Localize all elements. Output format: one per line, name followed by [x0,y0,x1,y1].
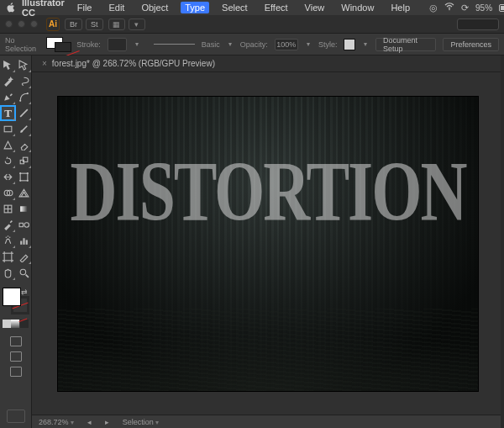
lasso-tool[interactable] [16,73,32,89]
menu-effect[interactable]: Effect [260,2,292,13]
color-mode-row[interactable] [3,320,29,328]
brush-basic-label: Basic [202,40,220,49]
pen-tool[interactable] [0,89,16,105]
document-tab-title: forest.jpg* @ 268.72% (RGB/GPU Preview) [52,59,215,68]
svg-point-25 [20,269,26,275]
search-input[interactable] [457,18,499,30]
battery-icon[interactable] [499,4,504,12]
svg-point-11 [27,180,29,182]
artboard-nav-next-icon[interactable]: ▸ [105,418,109,426]
stroke-label: Stroke: [76,40,101,49]
draw-normal-icon[interactable] [10,336,22,346]
magic-wand-tool[interactable] [0,73,16,89]
mesh-tool[interactable] [0,201,16,217]
spotlight-icon[interactable]: ◎ [429,3,438,13]
zoom-tool[interactable] [16,265,32,281]
menu-window[interactable]: Window [337,2,378,13]
artwork-text[interactable]: DISTORTION [58,142,478,240]
adobe-stock-button[interactable]: St [86,18,103,30]
symbol-sprayer-tool[interactable] [0,233,16,249]
document-tab[interactable]: × forest.jpg* @ 268.72% (RGB/GPU Preview… [32,55,501,72]
svg-point-17 [24,223,29,227]
go-to-bridge-button[interactable]: Br [65,18,82,30]
menu-type[interactable]: Type [181,2,209,13]
canvas[interactable]: DISTORTION [32,72,501,415]
graphic-style-swatch[interactable] [344,39,354,50]
menu-object[interactable]: Object [137,2,172,13]
arrange-documents-button[interactable]: ▦ [108,18,125,30]
app-titlebar: Ai Br St ▦ ▾ [0,15,504,34]
slice-tool[interactable] [16,249,32,265]
artboard[interactable]: DISTORTION [58,97,478,391]
status-mode-label[interactable]: Selection [123,418,159,426]
battery-percent: 95% [475,3,492,13]
right-panel-dock[interactable] [501,55,504,428]
swap-fill-stroke-icon[interactable]: ⇄ [21,288,28,296]
direct-selection-tool[interactable] [16,57,32,73]
curvature-tool[interactable] [16,89,32,105]
zoom-level-field[interactable]: 268.72% [39,418,74,426]
menu-help[interactable]: Help [386,2,414,13]
sync-icon[interactable]: ⟳ [461,3,469,13]
perspective-grid-tool[interactable] [16,185,32,201]
window-controls[interactable] [5,20,38,28]
draw-behind-icon[interactable] [10,351,22,362]
selection-status-label: No Selection [5,36,39,53]
gradient-tool[interactable] [16,201,32,217]
column-graph-tool[interactable] [16,233,32,249]
svg-rect-15 [20,206,28,212]
close-tab-icon[interactable]: × [42,59,47,68]
shaper-tool[interactable] [0,137,16,153]
artboard-tool[interactable] [0,249,16,265]
style-dropdown-icon[interactable]: ▾ [362,40,369,49]
draw-inside-icon[interactable] [10,367,22,377]
stroke-weight-dropdown[interactable]: ▾ [134,40,140,49]
menu-edit[interactable]: Edit [104,2,129,13]
preferences-button[interactable]: Preferences [443,38,499,51]
svg-rect-22 [23,238,24,245]
hand-tool[interactable] [0,265,16,281]
svg-point-10 [19,180,21,182]
free-transform-tool[interactable] [16,169,32,185]
svg-point-8 [19,172,21,174]
fill-stroke-indicator[interactable]: ⇄ [3,288,29,314]
screen-mode-button[interactable] [7,410,25,423]
solid-color-icon[interactable] [3,320,11,328]
none-color-icon[interactable] [20,320,29,328]
fill-swatch-icon[interactable] [3,288,21,306]
artboard-nav-prev-icon[interactable]: ◂ [87,418,92,426]
ai-logo-icon: Ai [46,18,60,31]
menu-view[interactable]: View [301,2,329,13]
wifi-icon[interactable] [444,3,454,13]
blend-tool[interactable] [16,217,32,233]
stroke-weight-stepper[interactable] [108,38,127,51]
svg-line-3 [20,109,28,117]
brush-definition-dropdown[interactable] [154,40,195,50]
opacity-dropdown-icon[interactable]: ▾ [305,40,312,49]
line-segment-tool[interactable] [16,105,32,121]
svg-rect-24 [4,253,12,261]
brush-dropdown-icon[interactable]: ▾ [227,40,234,49]
rectangle-tool[interactable] [0,121,16,137]
shape-builder-tool[interactable] [0,185,16,201]
opacity-field[interactable]: 100% [275,39,298,50]
workspace-dropdown[interactable]: ▾ [129,18,145,30]
svg-rect-21 [20,241,22,245]
eraser-tool[interactable] [16,137,32,153]
eyedropper-tool[interactable] [0,217,16,233]
document-setup-button[interactable]: Document Setup [375,38,437,51]
type-tool[interactable]: T [0,105,16,121]
fill-stroke-swatch[interactable] [46,37,70,52]
apple-menu-icon[interactable] [7,3,15,13]
menu-select[interactable]: Select [218,2,252,13]
rotate-tool[interactable] [0,153,16,169]
scale-tool[interactable] [16,153,32,169]
svg-point-1 [19,100,21,102]
svg-point-9 [27,172,29,174]
svg-line-26 [26,275,29,277]
menu-file[interactable]: File [73,2,97,13]
width-tool[interactable] [0,169,16,185]
menu-app-name[interactable]: Illustrator CC [22,0,65,18]
selection-tool[interactable] [0,57,16,73]
paintbrush-tool[interactable] [16,121,32,137]
